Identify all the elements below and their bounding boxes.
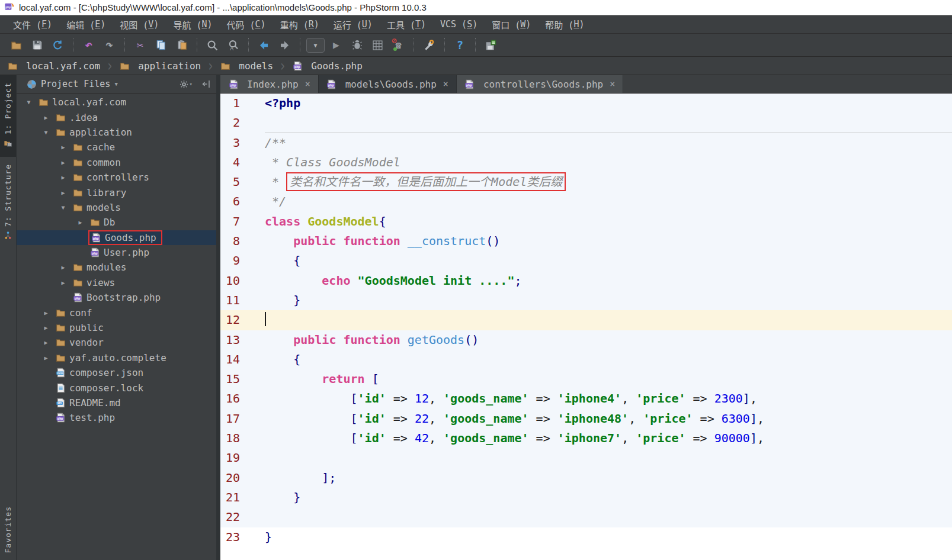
paste-button[interactable]	[172, 36, 191, 54]
undo-button[interactable]: ↶	[79, 36, 98, 54]
gear-icon[interactable]: ▾	[179, 80, 193, 89]
menu-item-u[interactable]: 运行 (U)	[326, 15, 380, 33]
find-button[interactable]	[203, 36, 222, 54]
tree-item-conf[interactable]: ▶conf	[17, 305, 216, 320]
forward-button[interactable]	[275, 36, 294, 54]
chevron-collapsed-icon[interactable]: ▶	[41, 310, 51, 316]
menu-item-t[interactable]: 工具 (T)	[380, 15, 433, 33]
menu-item-r[interactable]: 重构 (R)	[273, 15, 326, 33]
tree-item-bootstrap-php[interactable]: phpBootstrap.php	[17, 290, 216, 305]
debug-button[interactable]	[348, 36, 366, 54]
menu-item-h[interactable]: 帮助 (H)	[538, 15, 591, 33]
code-line-22[interactable]: 22	[220, 507, 952, 527]
menu-item-f[interactable]: 文件 (F)	[6, 15, 59, 33]
code-line-6[interactable]: 6 */	[220, 192, 952, 211]
views-pie-icon[interactable]	[27, 79, 37, 89]
tree-item-local-yaf-com[interactable]: ▼local.yaf.com	[17, 95, 216, 110]
tree-item-vendor[interactable]: ▶vendor	[17, 335, 216, 350]
save-and-sync-button[interactable]	[482, 36, 500, 54]
chevron-collapsed-icon[interactable]: ▶	[58, 159, 68, 166]
copy-button[interactable]	[152, 36, 170, 54]
chevron-expanded-icon[interactable]: ▼	[41, 129, 51, 136]
tree-item-library[interactable]: ▶library	[17, 185, 216, 199]
tree-item-test-php[interactable]: phptest.php	[17, 410, 216, 425]
close-icon[interactable]: ×	[610, 79, 615, 89]
tree-item-goods-php[interactable]: phpGoods.php	[17, 230, 216, 245]
hide-panel-icon[interactable]	[201, 79, 211, 89]
breadcrumb-item-application[interactable]: application	[119, 60, 201, 72]
code-line-13[interactable]: 13 public function getGoods()	[220, 330, 952, 350]
tab-controllers-goods-php[interactable]: phpcontrollers\Goods.php×	[457, 75, 623, 93]
code-line-10[interactable]: 10 echo "GoodsModel init ....";	[220, 271, 952, 291]
chevron-expanded-icon[interactable]: ▼	[24, 99, 34, 105]
tree-item-cache[interactable]: ▶cache	[17, 140, 216, 155]
code-line-19[interactable]: 19	[220, 448, 952, 468]
code-line-12[interactable]: 12	[220, 310, 952, 330]
tree-item-controllers[interactable]: ▶controllers	[17, 170, 216, 185]
chevron-collapsed-icon[interactable]: ▶	[58, 189, 68, 196]
replace-button[interactable]: A	[224, 36, 242, 54]
tree-item-public[interactable]: ▶public	[17, 320, 216, 335]
tree-item-yaf-auto-complete[interactable]: ▶yaf.auto.complete	[17, 350, 216, 365]
tab-index-php[interactable]: phpIndex.php×	[220, 75, 319, 93]
chevron-collapsed-icon[interactable]: ▶	[41, 114, 51, 121]
menu-item-w[interactable]: 窗口 (W)	[485, 15, 538, 33]
chevron-expanded-icon[interactable]: ▼	[58, 204, 68, 211]
menu-item-e[interactable]: 编辑 (E)	[59, 15, 113, 33]
code-line-2[interactable]: 2	[220, 113, 952, 133]
code-line-23[interactable]: 23}	[220, 527, 952, 547]
tree-item-readme-md[interactable]: MDREADME.md	[17, 395, 216, 410]
tree-item-common[interactable]: ▶common	[17, 155, 216, 170]
tree-item-models[interactable]: ▼models	[17, 200, 216, 215]
code-line-21[interactable]: 21 }	[220, 488, 952, 507]
code-line-14[interactable]: 14 {	[220, 350, 952, 369]
code-line-5[interactable]: 5 * 类名和文件名一致，但是后面加上一个Model类后缀	[220, 172, 952, 192]
chevron-collapsed-icon[interactable]: ▶	[58, 264, 68, 271]
tree-item-application[interactable]: ▼application	[17, 125, 216, 140]
close-icon[interactable]: ×	[443, 79, 448, 89]
tool-window-button-favorites[interactable]: Favorites	[0, 499, 16, 560]
code-line-7[interactable]: 7class GoodsModel{	[220, 212, 952, 231]
code-line-8[interactable]: 8 public function __construct()	[220, 231, 952, 251]
code-line-16[interactable]: 16 ['id' => 12, 'goods_name' => 'iphone4…	[220, 389, 952, 408]
run-config-dropdown-button[interactable]: ▼	[306, 36, 325, 54]
code-line-18[interactable]: 18 ['id' => 42, 'goods_name' => 'iphone7…	[220, 429, 952, 448]
breadcrumb-item-local-yaf-com[interactable]: local.yaf.com	[7, 60, 100, 72]
chevron-collapsed-icon[interactable]: ▶	[58, 174, 68, 181]
tree-item--idea[interactable]: ▶.idea	[17, 110, 216, 124]
chevron-down-icon[interactable]: ▼	[114, 81, 117, 87]
synchronize-button[interactable]	[49, 36, 67, 54]
chevron-collapsed-icon[interactable]: ▶	[41, 355, 51, 361]
chevron-collapsed-icon[interactable]: ▶	[58, 279, 68, 286]
menu-item-v[interactable]: 视图 (V)	[113, 15, 166, 33]
back-button[interactable]	[255, 36, 273, 54]
tree-item-composer-json[interactable]: JSONcomposer.json	[17, 365, 216, 380]
tab-models-goods-php[interactable]: phpmodels\Goods.php×	[319, 75, 457, 93]
menu-item-c[interactable]: 代码 (C)	[220, 15, 273, 33]
code-line-17[interactable]: 17 ['id' => 22, 'goods_name' => 'iphone4…	[220, 409, 952, 429]
code-line-1[interactable]: 1<?php	[220, 94, 952, 113]
project-panel-title[interactable]: Project Files	[41, 79, 110, 89]
tree-item-views[interactable]: ▶views	[17, 275, 216, 290]
save-all-button[interactable]	[28, 36, 46, 54]
close-icon[interactable]: ×	[305, 79, 310, 89]
tool-window-button-1-project[interactable]: 1: Project	[0, 75, 16, 157]
chevron-collapsed-icon[interactable]: ▶	[75, 219, 85, 226]
breadcrumb-item-models[interactable]: models	[220, 60, 273, 72]
code-editor[interactable]: 1<?php23/**4 * Class GoodsModel5 * 类名和文件…	[220, 94, 952, 560]
code-line-11[interactable]: 11 }	[220, 291, 952, 310]
mute-breakpoints-button[interactable]: ☎⊘	[389, 36, 408, 54]
breadcrumb-item-goods-php[interactable]: phpGoods.php	[292, 60, 363, 72]
help-button[interactable]: ?	[451, 36, 469, 54]
chevron-collapsed-icon[interactable]: ▶	[41, 339, 51, 346]
menu-item-n[interactable]: 导航 (N)	[166, 15, 219, 33]
tree-item-user-php[interactable]: phpUser.php	[17, 245, 216, 260]
code-line-4[interactable]: 4 * Class GoodsModel	[220, 153, 952, 172]
redo-button[interactable]: ↷	[100, 36, 118, 54]
settings-button[interactable]	[420, 36, 438, 54]
code-line-15[interactable]: 15 return [	[220, 369, 952, 389]
code-line-3[interactable]: 3/**	[220, 133, 952, 153]
cut-button[interactable]: ✂	[131, 36, 149, 54]
coverage-button[interactable]	[368, 36, 387, 54]
tree-item-composer-lock[interactable]: composer.lock	[17, 380, 216, 395]
